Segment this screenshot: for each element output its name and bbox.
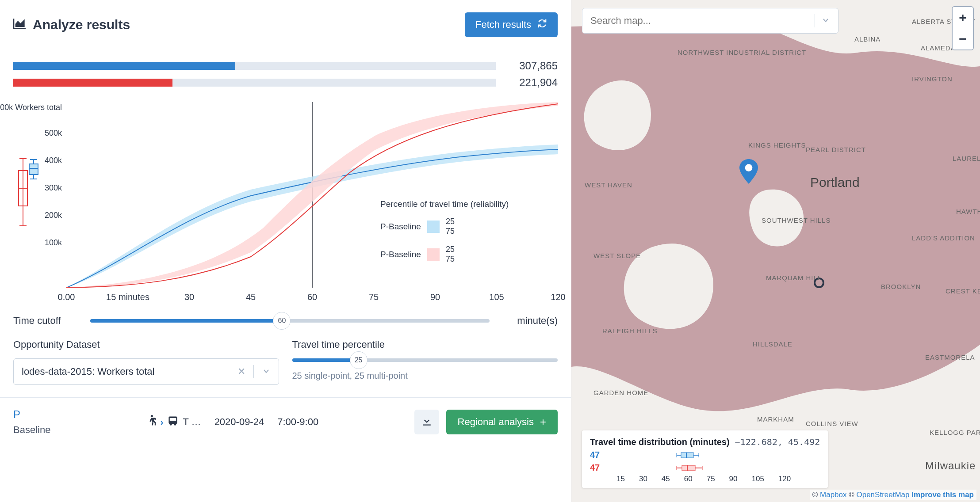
chevron-down-icon[interactable] xyxy=(821,16,830,26)
download-icon xyxy=(422,417,432,428)
panel-header: Analyze results Fetch results xyxy=(0,0,571,47)
chart-legend: Percentile of travel time (reliability) … xyxy=(380,199,509,273)
page-title: Analyze results xyxy=(13,17,130,32)
regional-analysis-button[interactable]: Regional analysis + xyxy=(446,410,558,434)
analysis-date[interactable]: 2020-09-24 xyxy=(214,416,264,428)
bar-primary xyxy=(13,62,496,70)
map-search[interactable] xyxy=(582,8,838,34)
boxplot-primary xyxy=(615,451,730,459)
bar-primary-value: 307,865 xyxy=(505,60,558,72)
percentile-thumb[interactable]: 25 xyxy=(350,351,368,369)
accessibility-bars: 307,865 221,904 xyxy=(0,47,571,93)
panel-title: Travel time distribution (minutes) xyxy=(590,437,730,447)
svg-point-11 xyxy=(150,415,153,417)
chart-area-icon xyxy=(13,17,26,32)
walk-icon xyxy=(146,415,156,429)
opportunity-dataset-label: Opportunity Dataset xyxy=(13,339,279,350)
percentile-label: Travel time percentile xyxy=(292,339,558,350)
travel-time-panel: Travel time distribution (minutes) −122.… xyxy=(582,430,828,488)
bus-icon xyxy=(168,415,178,429)
plus-icon: + xyxy=(540,416,546,428)
osm-link[interactable]: OpenStreetMap xyxy=(856,491,909,499)
svg-point-14 xyxy=(170,423,172,426)
refresh-icon xyxy=(537,19,547,31)
percentile-hint: 25 single-point, 25 multi-point xyxy=(292,371,558,381)
analysis-time-window[interactable]: 7:00-9:00 xyxy=(277,416,318,428)
clear-icon[interactable]: ✕ xyxy=(237,366,245,377)
scenario-subtitle: Baseline xyxy=(13,424,50,436)
chevron-right-icon: › xyxy=(161,417,164,427)
fetch-button-label: Fetch results xyxy=(475,19,531,30)
fetch-results-button[interactable]: Fetch results xyxy=(465,12,558,37)
page-title-text: Analyze results xyxy=(33,17,130,32)
y-axis: 600k Workers total 500k 400k 300k 200k 1… xyxy=(13,102,66,288)
svg-point-15 xyxy=(174,423,176,426)
panel-axis: 153045607590105120 xyxy=(616,475,820,483)
regional-button-label: Regional analysis xyxy=(458,416,534,428)
analysis-panel: Analyze results Fetch results 307,865 22… xyxy=(0,0,571,502)
bar-comparison xyxy=(13,79,496,87)
map-attribution: © Mapbox © OpenStreetMap Improve this ma… xyxy=(810,490,976,500)
mode-selector[interactable]: › T … xyxy=(146,415,201,429)
svg-point-18 xyxy=(745,164,753,171)
boxplot-comparison xyxy=(615,464,730,472)
svg-rect-25 xyxy=(682,465,695,471)
time-cutoff-slider[interactable]: 60 xyxy=(90,319,490,323)
opportunity-dataset-value: lodes-data-2015: Workers total xyxy=(22,366,154,377)
scenario-row: P Baseline › T … 2020-09-24 7:00-9:00 Re xyxy=(0,397,571,448)
svg-rect-13 xyxy=(170,418,176,421)
mapbox-link[interactable]: Mapbox xyxy=(820,491,846,499)
time-cutoff-unit: minute(s) xyxy=(500,315,558,327)
tt-value-comparison: 47 xyxy=(590,463,606,473)
map-search-input[interactable] xyxy=(590,15,815,27)
chevron-down-icon[interactable] xyxy=(262,367,271,377)
download-button[interactable] xyxy=(414,410,439,434)
time-cutoff-thumb[interactable]: 60 xyxy=(273,312,291,330)
improve-map-link[interactable]: Improve this map xyxy=(911,491,974,499)
percentile-slider[interactable]: 25 xyxy=(292,358,558,362)
opportunity-dataset-select[interactable]: lodes-data-2015: Workers total ✕ xyxy=(13,358,279,385)
svg-rect-20 xyxy=(681,453,693,458)
transit-mode-label: T … xyxy=(183,416,201,428)
legend-series-b: P-Baseline xyxy=(380,250,421,259)
scenario-name[interactable]: P xyxy=(13,408,50,421)
cumulative-access-chart[interactable]: 600k Workers total 500k 400k 300k 200k 1… xyxy=(13,102,558,305)
map-city-label: Portland xyxy=(810,175,860,190)
legend-series-a: P-Baseline xyxy=(380,222,421,232)
zoom-in-button[interactable]: + xyxy=(953,7,973,28)
map-panel[interactable]: NORTHWEST INDUSTRIAL DISTRICT ALBINA ALB… xyxy=(571,0,980,502)
zoom-out-button[interactable]: − xyxy=(953,28,973,49)
tt-value-primary: 47 xyxy=(590,450,606,460)
panel-coords: −122.682, 45.492 xyxy=(735,437,820,447)
zoom-controls: + − xyxy=(952,6,974,50)
bar-comparison-value: 221,904 xyxy=(505,76,558,89)
origin-marker[interactable] xyxy=(739,159,758,185)
time-cutoff-label: Time cutoff xyxy=(13,315,80,327)
